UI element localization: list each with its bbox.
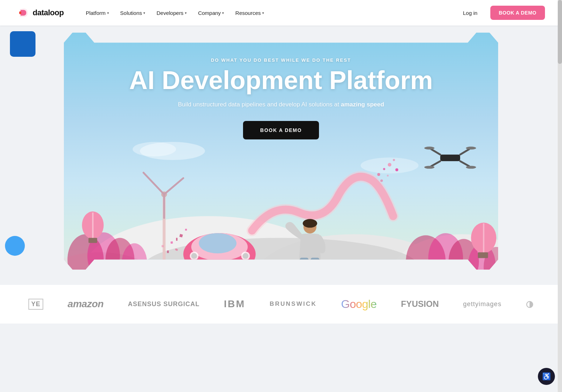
svg-point-39: [424, 147, 435, 149]
blue-circle-decoration: [5, 236, 25, 256]
svg-point-40: [466, 147, 476, 149]
nav-item-company[interactable]: Company ▾: [193, 7, 229, 19]
svg-point-54: [191, 253, 197, 259]
svg-point-58: [192, 266, 204, 278]
developers-chevron-icon: ▾: [185, 11, 187, 15]
hero-description: Build unstructured data pipelines and de…: [64, 101, 498, 108]
accessibility-icon: ♿: [542, 372, 551, 381]
nav-item-developers[interactable]: Developers ▾: [151, 7, 192, 19]
svg-point-45: [388, 163, 391, 166]
svg-rect-32: [478, 252, 488, 258]
logo-text: dataloop: [33, 8, 64, 17]
platform-chevron-icon: ▾: [107, 11, 109, 15]
page-wrapper: DO WHAT YOU DO BEST WHILE WE DO THE REST…: [0, 0, 562, 324]
book-demo-button-nav[interactable]: BOOK A DEMO: [490, 6, 545, 20]
hero-subtitle: DO WHAT YOU DO BEST WHILE WE DO THE REST: [64, 57, 498, 63]
logo-ibm: IBM: [224, 298, 245, 310]
svg-rect-66: [185, 228, 187, 230]
svg-point-56: [243, 253, 248, 259]
svg-point-72: [298, 283, 310, 285]
logo-ye: YE: [28, 299, 43, 310]
logo-asensus: ASENSUS SURGICAL: [128, 300, 199, 308]
svg-point-43: [377, 173, 380, 176]
accessibility-button[interactable]: ♿: [538, 368, 555, 385]
svg-point-48: [387, 175, 389, 176]
hero-container: DO WHAT YOU DO BEST WHILE WE DO THE REST…: [64, 33, 498, 285]
svg-point-42: [466, 166, 476, 169]
hero-cta-button[interactable]: BOOK A DEMO: [243, 121, 319, 139]
svg-line-36: [460, 149, 469, 154]
hero-section: DO WHAT YOU DO BEST WHILE WE DO THE REST…: [0, 26, 562, 285]
dataloop-logo-icon: [17, 6, 30, 19]
svg-line-38: [460, 161, 469, 166]
nav-menu: Platform ▾ Solutions ▾ Developers ▾ Comp…: [81, 7, 457, 19]
svg-point-41: [424, 166, 435, 169]
scrollbar[interactable]: [558, 0, 562, 392]
hero-description-highlight: amazing speed: [341, 101, 384, 108]
solutions-chevron-icon: ▾: [143, 11, 145, 15]
svg-rect-62: [170, 241, 173, 244]
hero-title: AI Development Platform: [64, 67, 498, 94]
navbar: dataloop Platform ▾ Solutions ▾ Develope…: [0, 0, 562, 26]
hero-content: DO WHAT YOU DO BEST WHILE WE DO THE REST…: [64, 33, 498, 139]
svg-point-73: [309, 283, 321, 285]
svg-rect-65: [161, 245, 164, 247]
nav-item-resources[interactable]: Resources ▾: [230, 7, 269, 19]
logo-brunswick: BRUNSWICK: [270, 300, 317, 308]
svg-rect-64: [167, 250, 169, 253]
svg-point-57: [189, 263, 206, 281]
logo-partial: ◑: [526, 299, 534, 309]
scrollbar-thumb[interactable]: [558, 0, 562, 64]
svg-line-22: [164, 178, 183, 194]
svg-point-44: [383, 168, 385, 170]
svg-point-46: [393, 159, 395, 161]
svg-rect-1: [19, 11, 21, 14]
logo-amazon: amazon: [68, 298, 104, 310]
svg-rect-34: [440, 154, 460, 161]
hero-scene: [64, 132, 498, 285]
svg-line-35: [431, 149, 440, 154]
svg-rect-70: [300, 258, 308, 285]
company-chevron-icon: ▾: [222, 11, 224, 15]
logo-gettyimages: gettyimages: [463, 300, 501, 308]
svg-point-69: [303, 219, 317, 227]
svg-point-47: [395, 168, 398, 171]
navbar-actions: Log in BOOK A DEMO: [457, 6, 545, 20]
login-button[interactable]: Log in: [457, 7, 483, 19]
svg-point-60: [235, 266, 247, 278]
nav-item-solutions[interactable]: Solutions ▾: [115, 7, 150, 19]
logos-section: YE amazon ASENSUS SURGICAL IBM BRUNSWICK…: [0, 285, 562, 324]
hero-scene-svg: [64, 132, 498, 285]
svg-point-49: [380, 179, 383, 182]
blue-square-decoration: [10, 31, 35, 57]
svg-line-37: [431, 161, 440, 166]
logo-fyusion: FYUSION: [401, 299, 439, 309]
svg-rect-67: [176, 238, 177, 241]
svg-rect-71: [311, 258, 319, 285]
svg-point-13: [122, 243, 147, 283]
nav-item-platform[interactable]: Platform ▾: [81, 7, 114, 19]
svg-point-3: [133, 142, 176, 156]
svg-rect-27: [88, 238, 97, 243]
logo-google: Google: [341, 298, 376, 311]
svg-point-52: [199, 233, 236, 253]
svg-point-59: [232, 263, 250, 281]
resources-chevron-icon: ▾: [262, 11, 264, 15]
svg-line-21: [143, 172, 164, 194]
hero-description-text: Build unstructured data pipelines and de…: [178, 101, 341, 108]
logo-link[interactable]: dataloop: [17, 6, 64, 19]
